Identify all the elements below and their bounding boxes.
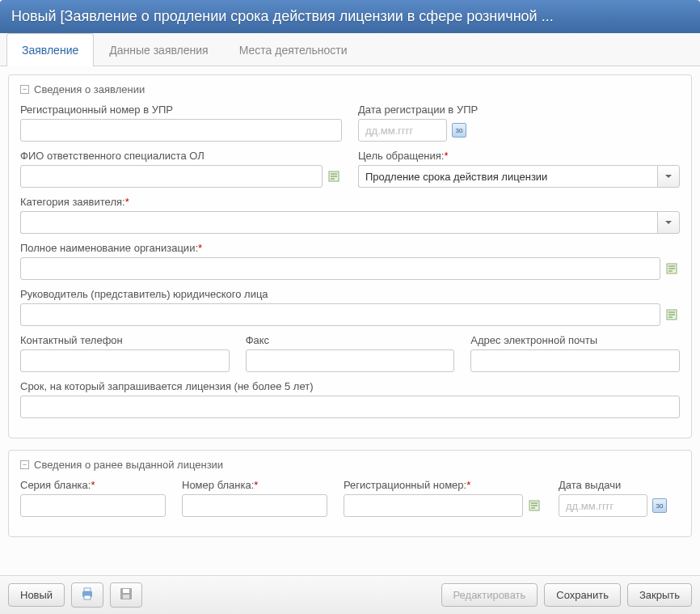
number-input[interactable]: [182, 494, 327, 517]
footer-toolbar: Новый Редактировать Сохранить Закрыть: [0, 575, 700, 614]
term-label: Срок, на который запрашивается лицензия …: [20, 380, 680, 392]
fio-input[interactable]: [20, 165, 323, 188]
print-icon: [80, 586, 95, 601]
svg-rect-9: [123, 595, 129, 599]
fax-input[interactable]: [246, 349, 455, 372]
head-input[interactable]: [20, 303, 660, 326]
fax-label: Факс: [246, 334, 455, 346]
svg-rect-8: [123, 589, 129, 593]
tab-locations[interactable]: Места деятельности: [224, 33, 363, 66]
window: Новый [Заявление о продлении срока дейст…: [0, 0, 700, 614]
tab-bar: Заявление Данные заявления Места деятель…: [0, 33, 700, 66]
series-label: Серия бланка:*: [20, 479, 166, 491]
chevron-down-icon[interactable]: [657, 165, 680, 188]
fio-label: ФИО ответственного специалиста ОЛ: [20, 150, 342, 162]
form-content: − Сведения о заявлении Регистрационный н…: [0, 66, 700, 575]
calendar-icon[interactable]: 30: [652, 498, 667, 513]
lookup-icon[interactable]: [528, 498, 542, 513]
category-select[interactable]: [20, 211, 657, 234]
category-label: Категория заявителя:*: [20, 196, 680, 208]
svg-rect-5: [84, 588, 91, 591]
phone-input[interactable]: [20, 349, 230, 372]
term-input[interactable]: [20, 396, 680, 418]
issue-date-label: Дата выдачи: [559, 479, 680, 491]
regnum2-label: Регистрационный номер:*: [344, 479, 542, 491]
legend-prior-license: − Сведения о ранее выданной лицензии: [20, 459, 680, 471]
fieldset-prior-license: − Сведения о ранее выданной лицензии Сер…: [8, 450, 692, 537]
edit-button[interactable]: Редактировать: [441, 583, 538, 607]
window-title: Новый [Заявление о продлении срока дейст…: [0, 0, 700, 33]
calendar-icon[interactable]: 30: [452, 123, 466, 138]
save-button[interactable]: Сохранить: [544, 583, 621, 607]
reg-date-label: Дата регистрации в УПР: [358, 104, 680, 116]
legend-application-info: − Сведения о заявлении: [20, 83, 680, 95]
regnum2-input[interactable]: [344, 494, 523, 517]
lookup-icon[interactable]: [327, 169, 342, 184]
reg-num-label: Регистрационный номер в УПР: [20, 104, 342, 116]
org-input[interactable]: [20, 257, 660, 280]
svg-rect-6: [84, 595, 91, 599]
issue-date-input[interactable]: [559, 494, 647, 517]
tab-application[interactable]: Заявление: [6, 33, 94, 66]
print-button[interactable]: [71, 582, 103, 608]
number-label: Номер бланка:*: [182, 479, 327, 491]
legend-text: Сведения о заявлении: [34, 83, 145, 95]
close-button[interactable]: Закрыть: [627, 583, 692, 607]
chevron-down-icon[interactable]: [657, 211, 680, 234]
purpose-label: Цель обращения:*: [358, 150, 680, 162]
email-label: Адрес электронной почты: [470, 334, 680, 346]
legend-text: Сведения о ранее выданной лицензии: [34, 459, 223, 471]
collapse-icon[interactable]: −: [20, 85, 29, 94]
purpose-select[interactable]: [358, 165, 657, 188]
collapse-icon[interactable]: −: [20, 460, 29, 469]
fieldset-application-info: − Сведения о заявлении Регистрационный н…: [8, 74, 692, 438]
org-label: Полное наименование организации:*: [20, 242, 680, 254]
tab-application-data[interactable]: Данные заявления: [94, 33, 223, 66]
disk-icon: [119, 586, 133, 601]
head-label: Руководитель (представитель) юридическог…: [20, 288, 680, 300]
reg-num-input[interactable]: [20, 119, 342, 142]
lookup-icon[interactable]: [665, 307, 680, 322]
series-input[interactable]: [20, 494, 166, 517]
new-button[interactable]: Новый: [8, 583, 65, 607]
reg-date-input[interactable]: [358, 119, 447, 142]
phone-label: Контактный телефон: [20, 334, 230, 346]
lookup-icon[interactable]: [665, 261, 680, 276]
save-icon-button[interactable]: [110, 582, 142, 608]
email-input[interactable]: [470, 349, 680, 372]
